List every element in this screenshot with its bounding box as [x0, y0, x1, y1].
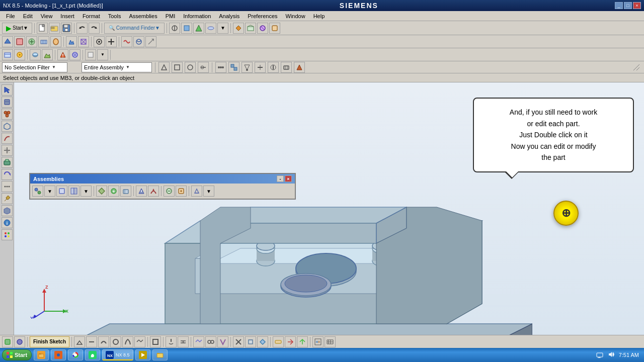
tb-icon-2[interactable] [181, 23, 192, 34]
sidebar-sync-btn[interactable] [2, 169, 13, 180]
btm-icon-1[interactable] [74, 336, 85, 347]
corner-resize-btn[interactable] [631, 64, 642, 71]
menu-assemblies[interactable]: Assemblies [125, 12, 161, 20]
btm-icon-15[interactable] [257, 336, 268, 347]
tb3-icon-7[interactable] [85, 49, 96, 60]
sel-icon-10[interactable] [281, 62, 292, 73]
btm-icon-11[interactable] [205, 336, 216, 347]
menu-format[interactable]: Format [78, 12, 104, 20]
sidebar-datum-btn[interactable] [2, 145, 13, 156]
tb2-icon-3[interactable] [26, 36, 37, 47]
tb2-icon-6[interactable] [66, 36, 77, 47]
sel-icon-6[interactable] [228, 62, 239, 73]
tb-icon-4[interactable] [205, 23, 216, 34]
assem-btn-13[interactable] [191, 186, 202, 197]
restore-button[interactable]: □ [624, 2, 632, 9]
assem-btn-9[interactable] [136, 186, 147, 197]
taskbar-whatsapp[interactable] [85, 349, 100, 360]
taskbar-media[interactable] [135, 349, 150, 360]
tb-icon-8[interactable] [269, 23, 280, 34]
btm-icon-6[interactable] [134, 336, 145, 347]
tb2-icon-5[interactable] [50, 36, 61, 47]
assemblies-toolbar-title[interactable]: Assemblies - × [30, 174, 295, 184]
sidebar-tool-btn[interactable] [2, 193, 13, 204]
tb3-icon-2[interactable] [14, 49, 25, 60]
start-button[interactable]: ▶ Start▼ [2, 23, 32, 34]
btm-icon-17[interactable] [285, 336, 296, 347]
menu-help[interactable]: Help [309, 12, 329, 20]
btm-circle-btn[interactable] [110, 336, 121, 347]
sketch-icon-1[interactable] [2, 336, 13, 347]
taskbar-chrome[interactable] [68, 349, 83, 360]
open-file-btn[interactable] [49, 23, 60, 34]
tb3-icon-5[interactable] [57, 49, 68, 60]
tb3-icon-6[interactable] [69, 49, 80, 60]
sel-icon-8[interactable] [255, 62, 266, 73]
btm-icon-8[interactable] [166, 336, 177, 347]
new-file-btn[interactable] [37, 23, 48, 34]
tb3-icon-3[interactable] [30, 49, 41, 60]
tb-arrow-dropdown[interactable]: ▼ [217, 23, 228, 34]
sel-icon-1[interactable] [158, 62, 170, 73]
taskbar-explorer[interactable] [34, 349, 49, 360]
tb-icon-1[interactable] [169, 23, 180, 34]
assem-btn-3[interactable] [56, 186, 67, 197]
assem-btn-5[interactable]: ▼ [80, 186, 92, 197]
tb2-icon-10[interactable] [121, 36, 132, 47]
sel-icon-4[interactable] [198, 62, 209, 73]
menu-information[interactable]: Information [179, 12, 215, 20]
finish-sketch-btn[interactable]: Finish Sketch [30, 336, 69, 347]
start-button-taskbar[interactable]: Start [2, 349, 32, 360]
sel-icon-3[interactable] [185, 62, 196, 73]
menu-preferences[interactable]: Preferences [244, 12, 281, 20]
minimize-button[interactable]: _ [615, 2, 623, 9]
tb2-icon-11[interactable] [133, 36, 144, 47]
tb-icon-5[interactable] [233, 23, 244, 34]
sidebar-more-btn[interactable] [2, 181, 13, 192]
btm-icon-12[interactable] [217, 336, 228, 347]
sel-icon-7[interactable] [242, 62, 253, 73]
sidebar-feature-btn[interactable] [2, 157, 13, 168]
tb2-icon-1[interactable] [2, 36, 13, 47]
sidebar-part-btn[interactable] [2, 97, 13, 108]
sidebar-mold-btn[interactable] [2, 205, 13, 216]
btm-icon-5[interactable] [122, 336, 133, 347]
viewport[interactable]: And, if you still need to workor edit ea… [14, 82, 644, 349]
btm-icon-19[interactable] [312, 336, 324, 347]
btm-icon-14[interactable] [245, 336, 256, 347]
btm-icon-3[interactable] [98, 336, 109, 347]
tb2-icon-4[interactable] [38, 36, 49, 47]
assem-btn-8[interactable] [120, 186, 131, 197]
tb-icon-3[interactable] [193, 23, 204, 34]
btm-icon-18[interactable] [297, 336, 308, 347]
sidebar-sketch-btn[interactable] [2, 133, 13, 144]
sel-icon-9[interactable] [268, 62, 279, 73]
assemblies-close-btn[interactable]: × [285, 175, 292, 182]
assem-btn-7[interactable]: + [108, 186, 119, 197]
menu-pmi[interactable]: PMI [162, 12, 180, 20]
assem-btn-2[interactable]: ▼ [44, 186, 55, 197]
undo-btn[interactable] [76, 23, 88, 34]
tb-icon-7[interactable] [257, 23, 268, 34]
sidebar-select-btn[interactable] [2, 84, 13, 96]
menu-file[interactable]: File [2, 12, 19, 20]
scope-dropdown[interactable]: Entire Assembly ▼ [82, 62, 152, 72]
tb2-icon-12[interactable] [145, 36, 156, 47]
sidebar-assembly-btn[interactable] [2, 109, 13, 120]
menu-edit[interactable]: Edit [19, 12, 37, 20]
menu-window[interactable]: Window [282, 12, 309, 20]
taskbar-nx[interactable]: NX NX 8.5 [102, 349, 133, 360]
tb2-icon-2[interactable] [14, 36, 25, 47]
save-btn[interactable] [61, 23, 72, 34]
menu-insert[interactable]: Insert [56, 12, 78, 20]
assem-btn-10[interactable] [148, 186, 159, 197]
assem-btn-1[interactable] [32, 186, 43, 197]
assem-btn-14[interactable]: ▼ [203, 186, 214, 197]
btm-icon-16[interactable] [273, 336, 284, 347]
menu-analysis[interactable]: Analysis [215, 12, 244, 20]
sidebar-palette-btn[interactable] [2, 229, 13, 240]
taskbar-folder[interactable] [152, 349, 168, 360]
btm-icon-10[interactable] [193, 336, 204, 347]
assem-btn-11[interactable] [164, 186, 175, 197]
assemblies-minimize-btn[interactable]: - [277, 175, 284, 182]
